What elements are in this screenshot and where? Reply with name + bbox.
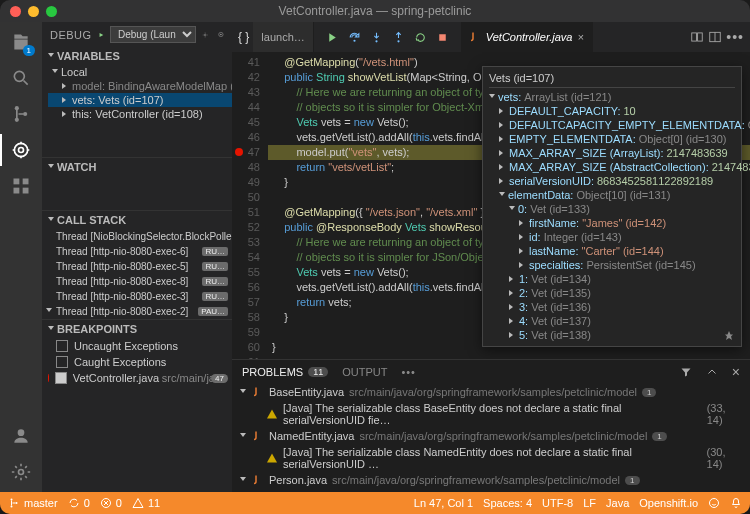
panel-tabs: PROBLEMS11 OUTPUT ••• × bbox=[232, 360, 750, 384]
encoding[interactable]: UTF-8 bbox=[542, 497, 573, 509]
source-control-icon[interactable] bbox=[9, 102, 33, 126]
hover-row[interactable]: 1: Vet (id=134) bbox=[489, 272, 735, 286]
feedback-icon[interactable] bbox=[708, 497, 720, 509]
search-icon[interactable] bbox=[9, 66, 33, 90]
breakpoint-row[interactable]: VetController.java src/main/ja…47 bbox=[42, 370, 232, 386]
hover-row[interactable]: MAX_ARRAY_SIZE (AbstractCollection): 214… bbox=[489, 160, 735, 174]
hover-row[interactable]: 4: Vet (id=137) bbox=[489, 314, 735, 328]
hover-row[interactable]: vets: ArrayList (id=121) bbox=[489, 90, 735, 104]
debug-console-icon[interactable] bbox=[218, 29, 224, 40]
hover-row[interactable]: 5: Vet (id=138) bbox=[489, 328, 735, 342]
indentation[interactable]: Spaces: 4 bbox=[483, 497, 532, 509]
close-panel-icon[interactable]: × bbox=[732, 364, 740, 380]
hover-row[interactable]: DEFAULT_CAPACITY: 10 bbox=[489, 104, 735, 118]
more-icon[interactable]: ••• bbox=[726, 29, 744, 45]
breakpoint-row[interactable]: Caught Exceptions bbox=[42, 354, 232, 370]
extensions-icon[interactable] bbox=[9, 174, 33, 198]
openshift-status[interactable]: Openshift.io bbox=[639, 497, 698, 509]
variable-row[interactable]: this: VetController (id=108) bbox=[48, 107, 232, 121]
breakpoint-row[interactable]: Uncaught Exceptions bbox=[42, 338, 232, 354]
callstack-row[interactable]: Thread [http-nio-8080-exec-6]RU… bbox=[42, 244, 232, 259]
problem-file[interactable]: BaseEntity.java src/main/java/org/spring… bbox=[232, 384, 750, 400]
restart-icon[interactable] bbox=[414, 31, 427, 44]
language-mode[interactable]: Java bbox=[606, 497, 629, 509]
svg-point-5 bbox=[19, 148, 24, 153]
maximize-panel-icon[interactable] bbox=[706, 366, 718, 378]
hover-row[interactable]: 3: Vet (id=136) bbox=[489, 300, 735, 314]
filter-icon[interactable] bbox=[680, 366, 692, 378]
hover-header: Vets (id=107) bbox=[489, 71, 554, 85]
java-file-icon bbox=[252, 430, 264, 442]
variable-scope[interactable]: Local bbox=[48, 65, 232, 79]
variable-row-selected[interactable]: vets: Vets (id=107) bbox=[48, 93, 232, 107]
tab-problems[interactable]: PROBLEMS11 bbox=[242, 366, 328, 378]
problem-file[interactable]: NamedEntity.java src/main/java/org/sprin… bbox=[232, 428, 750, 444]
step-out-icon[interactable] bbox=[392, 31, 405, 44]
accounts-icon[interactable] bbox=[9, 424, 33, 448]
activity-bar: 1 bbox=[0, 22, 42, 492]
hover-row[interactable]: 2: Vet (id=135) bbox=[489, 286, 735, 300]
hover-row[interactable]: EMPTY_ELEMENTDATA: Object[0] (id=130) bbox=[489, 132, 735, 146]
debug-settings-icon[interactable] bbox=[202, 29, 208, 41]
problem-file[interactable]: Person.java src/main/java/org/springfram… bbox=[232, 472, 750, 488]
pin-icon[interactable] bbox=[723, 330, 735, 342]
bell-icon[interactable] bbox=[730, 497, 742, 509]
stop-icon[interactable] bbox=[436, 31, 449, 44]
tab-output[interactable]: OUTPUT bbox=[342, 366, 387, 378]
callstack-section-header[interactable]: CALL STACK bbox=[42, 210, 232, 229]
hover-row[interactable]: specialties: PersistentSet (id=145) bbox=[489, 258, 735, 272]
debug-toolbar: DEBUG Debug (Launch) bbox=[42, 22, 232, 47]
svg-point-22 bbox=[11, 499, 13, 501]
variables-section-header[interactable]: VARIABLES bbox=[42, 47, 232, 65]
hover-row[interactable]: DEFAULTCAPACITY_EMPTY_ELEMENTDATA: Objec… bbox=[489, 118, 735, 132]
hover-row[interactable]: 0: Vet (id=133) bbox=[489, 202, 735, 216]
variable-row[interactable]: model: BindingAwareModelMap (id=106… bbox=[48, 79, 232, 93]
hover-row[interactable]: lastName: "Carter" (id=144) bbox=[489, 244, 735, 258]
compare-icon[interactable] bbox=[690, 30, 704, 44]
problem-item[interactable]: [Java] The serializable class BaseEntity… bbox=[232, 400, 750, 428]
error-count[interactable]: 0 bbox=[100, 497, 122, 509]
warning-count[interactable]: 11 bbox=[132, 497, 160, 509]
more-icon[interactable]: ••• bbox=[401, 366, 416, 378]
step-into-icon[interactable] bbox=[370, 31, 383, 44]
close-tab-icon[interactable]: × bbox=[577, 31, 583, 43]
split-icon[interactable] bbox=[708, 30, 722, 44]
eol[interactable]: LF bbox=[583, 497, 596, 509]
explorer-icon[interactable]: 1 bbox=[9, 30, 33, 54]
hover-row[interactable]: firstName: "James" (id=142) bbox=[489, 216, 735, 230]
titlebar: VetController.java — spring-petclinic bbox=[0, 0, 750, 22]
breakpoints-section-header[interactable]: BREAKPOINTS bbox=[42, 319, 232, 338]
hover-row[interactable]: elementData: Object[10] (id=131) bbox=[489, 188, 735, 202]
step-over-icon[interactable] bbox=[348, 31, 361, 44]
svg-point-16 bbox=[375, 40, 377, 42]
svg-point-1 bbox=[15, 106, 19, 110]
gear-icon[interactable] bbox=[9, 460, 33, 484]
debug-label: DEBUG bbox=[50, 29, 92, 41]
hover-row[interactable]: MAX_ARRAY_SIZE (ArrayList): 2147483639 bbox=[489, 146, 735, 160]
callstack-row[interactable]: Thread [http-nio-8080-exec-8]RU… bbox=[42, 274, 232, 289]
callstack-row[interactable]: Thread [http-nio-8080-exec-2]PAU… bbox=[42, 304, 232, 319]
git-branch[interactable]: master bbox=[8, 497, 58, 509]
callstack-row[interactable]: Thread [http-nio-8080-exec-5]RU… bbox=[42, 259, 232, 274]
tab-launch[interactable]: launch… bbox=[253, 22, 313, 52]
hover-row[interactable]: serialVersionUID: 8683452581122892189 bbox=[489, 174, 735, 188]
callstack-row[interactable]: Thread [NioBlockingSelector.BlockPoller… bbox=[42, 229, 232, 244]
watch-section-header[interactable]: WATCH bbox=[42, 157, 232, 176]
svg-point-3 bbox=[23, 112, 27, 116]
json-icon: { } bbox=[238, 30, 249, 44]
debug-icon[interactable] bbox=[9, 138, 33, 162]
editor-body[interactable]: 4142434445464748495051525354555657585960… bbox=[232, 52, 750, 359]
debug-inspect-hover[interactable]: Vets (id=107) vets: ArrayList (id=121)DE… bbox=[482, 66, 742, 347]
callstack-row[interactable]: Thread [http-nio-8080-exec-3]RU… bbox=[42, 289, 232, 304]
status-bar: master 0 0 11 Ln 47, Col 1 Spaces: 4 UTF… bbox=[0, 492, 750, 514]
callstack-list: Thread [NioBlockingSelector.BlockPoller…… bbox=[42, 229, 232, 319]
start-debug-icon[interactable] bbox=[98, 29, 104, 41]
tab-active[interactable]: VetController.java × bbox=[461, 22, 593, 52]
problem-item[interactable]: [Java] The serializable class NamedEntit… bbox=[232, 444, 750, 472]
svg-point-17 bbox=[397, 40, 399, 42]
hover-row[interactable]: id: Integer (id=143) bbox=[489, 230, 735, 244]
continue-icon[interactable] bbox=[326, 31, 339, 44]
cursor-position[interactable]: Ln 47, Col 1 bbox=[414, 497, 473, 509]
sync-status[interactable]: 0 bbox=[68, 497, 90, 509]
launch-config-select[interactable]: Debug (Launch) bbox=[110, 26, 196, 43]
